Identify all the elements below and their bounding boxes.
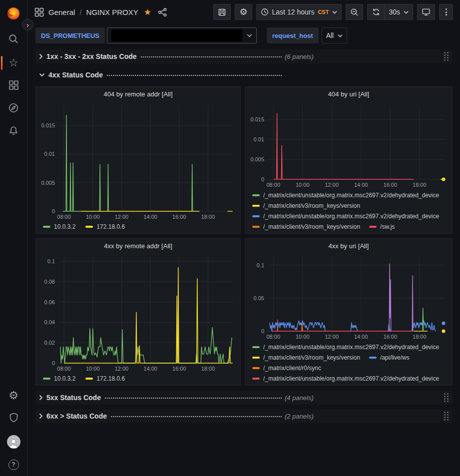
legend-item[interactable]: /_matrix/client/v3/room_keys/version (252, 223, 360, 230)
apps-grid-icon[interactable] (34, 7, 44, 17)
breadcrumb-section[interactable]: General (48, 8, 75, 16)
refresh-interval-select[interactable]: 30s (384, 4, 413, 20)
legend-label: 172.18.0.6 (96, 375, 125, 382)
timeseries-chart[interactable]: 00.020.040.060.080.108:0010:0012:0014:00… (36, 252, 240, 373)
breadcrumb-separator: / (79, 8, 81, 16)
request-host-select[interactable]: All (322, 27, 348, 43)
legend-item[interactable]: /_matrix/client/v3/room_keys/version (252, 354, 360, 361)
svg-text:14:00: 14:00 (143, 214, 157, 220)
svg-text:14:00: 14:00 (354, 334, 368, 340)
svg-text:08:00: 08:00 (266, 334, 280, 340)
more-options-button[interactable] (439, 4, 453, 20)
panel-4xx-by-remote-addr: 4xx by remote addr [All] 00.020.040.060.… (35, 238, 241, 386)
panel-404-by-remote-addr: 404 by remote addr [All] 00.0050.010.015… (35, 86, 241, 234)
chevron-down-icon (332, 10, 337, 14)
kebab-icon (446, 8, 447, 15)
legend-item[interactable]: /_matrix/client/v3/room_keys/version (252, 202, 360, 209)
dot-leader (105, 398, 282, 399)
legend-item[interactable]: 10.0.3.2 (43, 223, 75, 230)
legend-swatch (43, 226, 50, 228)
legend-label: /_matrix/client/unstable/org.matrix.msc2… (263, 192, 439, 199)
timeseries-chart[interactable]: 00.0050.010.01508:0010:0012:0014:0016:00… (245, 100, 452, 189)
timezone-label: CST (318, 9, 329, 15)
svg-text:18:00: 18:00 (201, 366, 215, 372)
sidebar-item-explore[interactable] (0, 97, 27, 120)
legend-swatch (85, 226, 93, 228)
svg-text:16:00: 16:00 (172, 214, 186, 220)
svg-text:14:00: 14:00 (354, 182, 368, 188)
refresh-interval-value: 30s (389, 8, 400, 16)
svg-text:16:00: 16:00 (384, 182, 398, 188)
legend-item[interactable]: /_matrix/client/unstable/org.matrix.msc2… (252, 192, 439, 199)
save-dashboard-button[interactable] (213, 4, 231, 20)
drag-handle-icon[interactable] (444, 393, 449, 402)
legend-swatch (43, 378, 50, 380)
svg-text:0.1: 0.1 (47, 258, 55, 264)
legend-swatch (369, 357, 377, 359)
drag-handle-icon[interactable] (444, 52, 449, 61)
zoom-out-time-button[interactable] (346, 4, 363, 20)
gear-icon: ⚙ (239, 7, 247, 16)
legend-swatch (252, 357, 260, 359)
legend-item[interactable]: /_matrix/client/r0/sync (252, 365, 321, 372)
panel-404-by-uri: 404 by uri [All] 00.0050.010.01508:0010:… (245, 86, 453, 234)
variable-label-datasource: DS_PROMETHEUS (35, 27, 105, 43)
row-header-1xx-3xx-2xx[interactable]: 1xx - 3xx - 2xx Status Code (6 panels) (35, 49, 453, 63)
sidebar-item-profile[interactable] (0, 430, 27, 453)
legend-item[interactable]: /sw.js (369, 223, 395, 230)
panel-title[interactable]: 404 by uri [All] (245, 87, 452, 100)
legend-label: /_matrix/client/r0/sync (263, 365, 321, 372)
variables-bar: DS_PROMETHEUS request_host All (27, 24, 460, 46)
datasource-select[interactable] (107, 27, 257, 43)
compass-icon (8, 102, 19, 115)
timeseries-chart[interactable]: 00.050.108:0010:0012:0014:0016:0018:00 (245, 252, 452, 341)
legend-item[interactable]: /_matrix/client/unstable/org.matrix.msc2… (252, 375, 439, 382)
timeseries-chart[interactable]: 00.0050.010.01508:0010:0012:0014:0016:00… (36, 100, 240, 221)
refresh-button[interactable] (367, 4, 384, 20)
page-title: NGINX PROXY (86, 8, 138, 16)
time-range-picker[interactable]: Last 12 hours CST (256, 4, 342, 20)
svg-text:0.01: 0.01 (254, 136, 264, 142)
row-header-5xx[interactable]: 5xx Status Code (4 panels) (35, 391, 453, 405)
cycle-view-mode-button[interactable] (417, 4, 435, 20)
svg-text:0.04: 0.04 (44, 319, 55, 325)
sidebar-item-alerting[interactable] (0, 120, 27, 143)
legend-item[interactable]: 172.18.0.6 (85, 223, 125, 230)
svg-text:12:00: 12:00 (115, 214, 129, 220)
svg-text:18:00: 18:00 (201, 214, 215, 220)
legend-item[interactable]: /api/live/ws (369, 354, 410, 361)
legend-item[interactable]: /_matrix/client/unstable/org.matrix.msc2… (252, 213, 439, 220)
dashboard-settings-button[interactable]: ⚙ (235, 4, 252, 20)
sidebar-expand-button[interactable]: › (22, 19, 33, 30)
dot-leader (107, 75, 282, 76)
svg-text:10:00: 10:00 (296, 334, 310, 340)
sidebar-item-server-admin[interactable] (0, 407, 27, 430)
drag-handle-icon[interactable] (444, 412, 449, 421)
top-nav: General / NGINX PROXY ★ ⚙ La (27, 0, 460, 24)
legend-swatch (252, 226, 260, 228)
help-icon: ? (8, 460, 19, 470)
legend-item[interactable]: 10.0.3.2 (43, 375, 75, 382)
panel-title[interactable]: 4xx by uri [All] (245, 239, 452, 252)
refresh-group: 30s (367, 4, 413, 20)
row-header-6xx[interactable]: 6xx > Status Code (2 panels) (35, 409, 453, 423)
grafana-logo[interactable] (5, 4, 22, 21)
svg-text:0.015: 0.015 (41, 122, 55, 128)
sidebar-item-configuration[interactable]: ⚙ (0, 384, 27, 407)
favorite-star-icon[interactable]: ★ (144, 7, 151, 17)
row-header-4xx[interactable]: 4xx Status Code (35, 68, 453, 82)
sidebar-item-help[interactable]: ? (0, 453, 27, 476)
dashboards-grid-icon (8, 80, 19, 92)
sidebar-item-starred[interactable]: ☆ (0, 51, 27, 74)
chevron-right-icon (39, 413, 43, 419)
row-title: 1xx - 3xx - 2xx Status Code (46, 52, 137, 60)
sidebar-item-dashboards[interactable] (0, 74, 27, 97)
panel-title[interactable]: 4xx by remote addr [All] (36, 239, 240, 252)
bell-icon (8, 125, 19, 138)
legend-label: 10.0.3.2 (54, 223, 75, 230)
legend-item[interactable]: 172.18.0.6 (85, 375, 125, 382)
sidebar-item-search[interactable] (0, 28, 27, 51)
share-icon[interactable] (158, 7, 167, 17)
legend-item[interactable]: /_matrix/client/unstable/org.matrix.msc2… (252, 344, 439, 351)
panel-title[interactable]: 404 by remote addr [All] (36, 87, 240, 100)
